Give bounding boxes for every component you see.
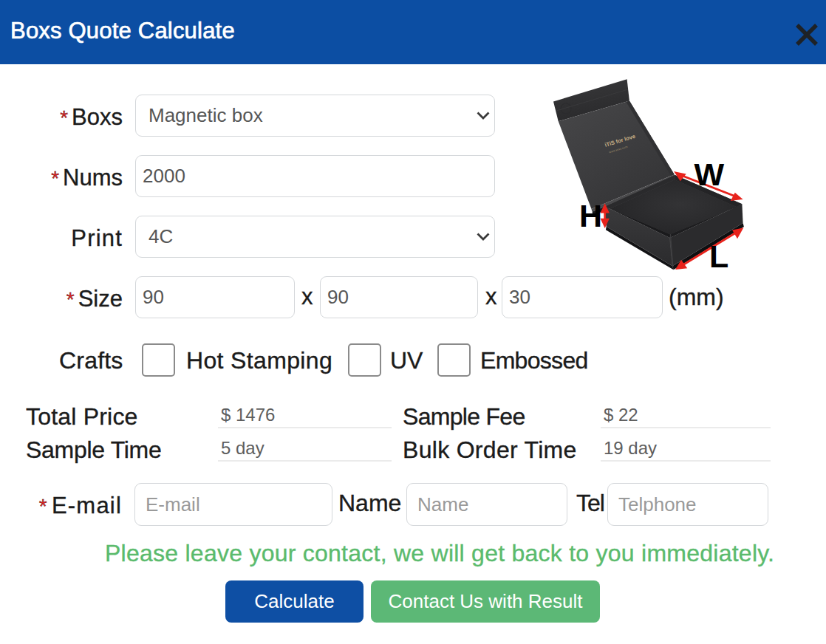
svg-text:H: H — [579, 198, 602, 233]
svg-text:L: L — [709, 239, 728, 274]
svg-text:W: W — [694, 157, 725, 192]
